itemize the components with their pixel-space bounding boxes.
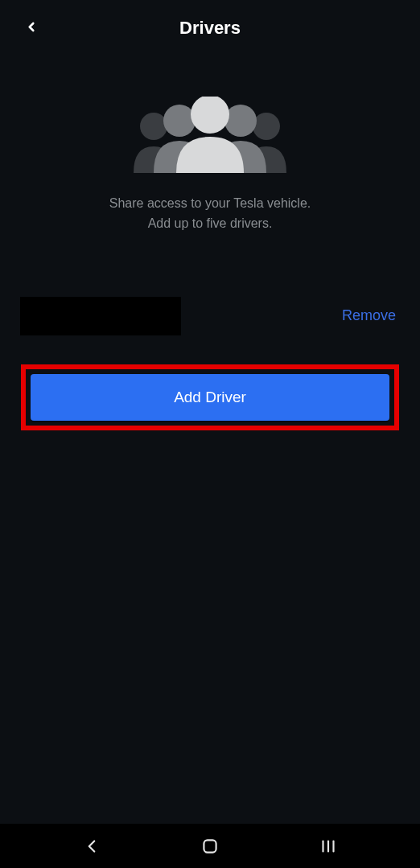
driver-row: Remove: [0, 282, 420, 350]
nav-recent-icon: [318, 836, 339, 857]
nav-back-icon: [81, 836, 102, 857]
description-line-1: Share access to your Tesla vehicle.: [109, 196, 311, 210]
nav-home-icon: [200, 836, 220, 857]
back-button[interactable]: [24, 20, 39, 37]
group-icon: [130, 97, 290, 173]
svg-point-4: [191, 97, 229, 134]
driver-name-redacted: [20, 297, 181, 335]
hero-description: Share access to your Tesla vehicle. Add …: [109, 194, 311, 234]
nav-back-button[interactable]: [81, 836, 102, 857]
svg-rect-5: [204, 840, 216, 852]
nav-home-button[interactable]: [200, 836, 220, 857]
svg-point-1: [253, 113, 280, 140]
system-nav-bar: [0, 824, 420, 868]
svg-point-3: [224, 105, 257, 137]
nav-recent-button[interactable]: [318, 836, 339, 857]
app-header: Drivers: [0, 0, 420, 56]
page-title: Drivers: [179, 18, 241, 39]
chevron-left-icon: [24, 20, 39, 35]
svg-point-0: [140, 113, 167, 140]
hero-section: Share access to your Tesla vehicle. Add …: [0, 56, 420, 250]
description-line-2: Add up to five drivers.: [148, 216, 273, 230]
add-driver-button[interactable]: Add Driver: [31, 374, 389, 421]
svg-point-2: [163, 105, 196, 137]
highlight-annotation: Add Driver: [21, 364, 399, 430]
remove-button[interactable]: Remove: [342, 307, 396, 324]
